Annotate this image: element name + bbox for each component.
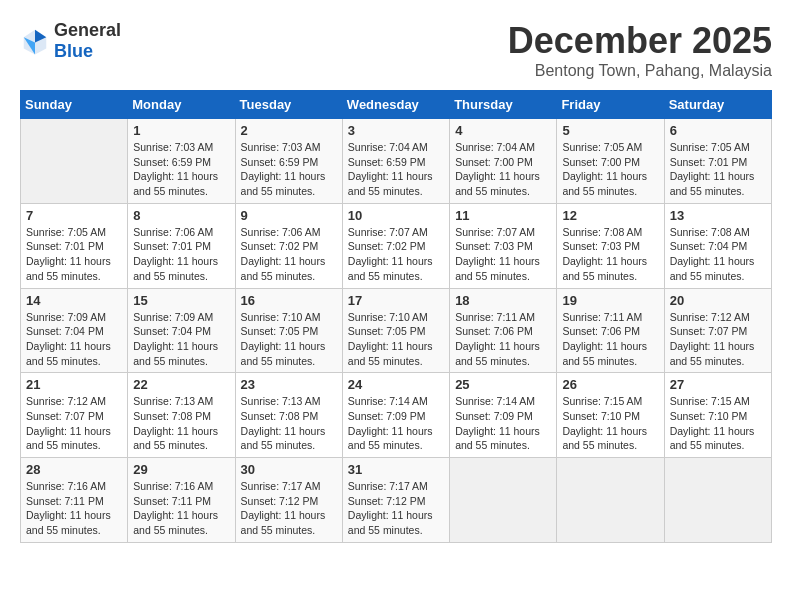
day-number: 2 bbox=[241, 123, 337, 138]
day-info: Sunrise: 7:15 AM Sunset: 7:10 PM Dayligh… bbox=[670, 394, 766, 453]
day-number: 16 bbox=[241, 293, 337, 308]
day-number: 1 bbox=[133, 123, 229, 138]
calendar-cell: 10 Sunrise: 7:07 AM Sunset: 7:02 PM Dayl… bbox=[342, 203, 449, 288]
day-number: 13 bbox=[670, 208, 766, 223]
calendar-cell: 9 Sunrise: 7:06 AM Sunset: 7:02 PM Dayli… bbox=[235, 203, 342, 288]
calendar-cell: 5 Sunrise: 7:05 AM Sunset: 7:00 PM Dayli… bbox=[557, 119, 664, 204]
calendar-cell: 27 Sunrise: 7:15 AM Sunset: 7:10 PM Dayl… bbox=[664, 373, 771, 458]
day-info: Sunrise: 7:10 AM Sunset: 7:05 PM Dayligh… bbox=[241, 310, 337, 369]
day-number: 3 bbox=[348, 123, 444, 138]
day-number: 29 bbox=[133, 462, 229, 477]
day-number: 17 bbox=[348, 293, 444, 308]
calendar-cell: 18 Sunrise: 7:11 AM Sunset: 7:06 PM Dayl… bbox=[450, 288, 557, 373]
calendar-cell: 21 Sunrise: 7:12 AM Sunset: 7:07 PM Dayl… bbox=[21, 373, 128, 458]
calendar-cell bbox=[557, 458, 664, 543]
day-number: 5 bbox=[562, 123, 658, 138]
calendar-cell: 20 Sunrise: 7:12 AM Sunset: 7:07 PM Dayl… bbox=[664, 288, 771, 373]
calendar-cell: 4 Sunrise: 7:04 AM Sunset: 7:00 PM Dayli… bbox=[450, 119, 557, 204]
day-info: Sunrise: 7:11 AM Sunset: 7:06 PM Dayligh… bbox=[455, 310, 551, 369]
day-number: 12 bbox=[562, 208, 658, 223]
calendar-cell: 16 Sunrise: 7:10 AM Sunset: 7:05 PM Dayl… bbox=[235, 288, 342, 373]
calendar-cell: 1 Sunrise: 7:03 AM Sunset: 6:59 PM Dayli… bbox=[128, 119, 235, 204]
calendar-week-row: 21 Sunrise: 7:12 AM Sunset: 7:07 PM Dayl… bbox=[21, 373, 772, 458]
day-info: Sunrise: 7:05 AM Sunset: 7:01 PM Dayligh… bbox=[670, 140, 766, 199]
day-info: Sunrise: 7:09 AM Sunset: 7:04 PM Dayligh… bbox=[133, 310, 229, 369]
day-info: Sunrise: 7:13 AM Sunset: 7:08 PM Dayligh… bbox=[241, 394, 337, 453]
header-day: Tuesday bbox=[235, 91, 342, 119]
day-info: Sunrise: 7:17 AM Sunset: 7:12 PM Dayligh… bbox=[241, 479, 337, 538]
day-info: Sunrise: 7:16 AM Sunset: 7:11 PM Dayligh… bbox=[26, 479, 122, 538]
day-number: 7 bbox=[26, 208, 122, 223]
logo: General Blue bbox=[20, 20, 121, 62]
calendar-cell: 7 Sunrise: 7:05 AM Sunset: 7:01 PM Dayli… bbox=[21, 203, 128, 288]
day-number: 4 bbox=[455, 123, 551, 138]
day-info: Sunrise: 7:04 AM Sunset: 7:00 PM Dayligh… bbox=[455, 140, 551, 199]
day-info: Sunrise: 7:17 AM Sunset: 7:12 PM Dayligh… bbox=[348, 479, 444, 538]
calendar-cell: 11 Sunrise: 7:07 AM Sunset: 7:03 PM Dayl… bbox=[450, 203, 557, 288]
logo-blue: Blue bbox=[54, 41, 93, 61]
title-area: December 2025 Bentong Town, Pahang, Mala… bbox=[508, 20, 772, 80]
calendar-cell: 30 Sunrise: 7:17 AM Sunset: 7:12 PM Dayl… bbox=[235, 458, 342, 543]
day-number: 6 bbox=[670, 123, 766, 138]
day-number: 31 bbox=[348, 462, 444, 477]
calendar-cell: 12 Sunrise: 7:08 AM Sunset: 7:03 PM Dayl… bbox=[557, 203, 664, 288]
calendar-cell: 25 Sunrise: 7:14 AM Sunset: 7:09 PM Dayl… bbox=[450, 373, 557, 458]
day-number: 19 bbox=[562, 293, 658, 308]
calendar-cell: 26 Sunrise: 7:15 AM Sunset: 7:10 PM Dayl… bbox=[557, 373, 664, 458]
day-info: Sunrise: 7:10 AM Sunset: 7:05 PM Dayligh… bbox=[348, 310, 444, 369]
main-title: December 2025 bbox=[508, 20, 772, 62]
calendar-cell bbox=[21, 119, 128, 204]
day-number: 22 bbox=[133, 377, 229, 392]
day-number: 9 bbox=[241, 208, 337, 223]
day-info: Sunrise: 7:09 AM Sunset: 7:04 PM Dayligh… bbox=[26, 310, 122, 369]
calendar-cell: 17 Sunrise: 7:10 AM Sunset: 7:05 PM Dayl… bbox=[342, 288, 449, 373]
header-row: SundayMondayTuesdayWednesdayThursdayFrid… bbox=[21, 91, 772, 119]
day-info: Sunrise: 7:07 AM Sunset: 7:03 PM Dayligh… bbox=[455, 225, 551, 284]
calendar-cell: 2 Sunrise: 7:03 AM Sunset: 6:59 PM Dayli… bbox=[235, 119, 342, 204]
day-info: Sunrise: 7:11 AM Sunset: 7:06 PM Dayligh… bbox=[562, 310, 658, 369]
day-info: Sunrise: 7:03 AM Sunset: 6:59 PM Dayligh… bbox=[241, 140, 337, 199]
calendar-week-row: 7 Sunrise: 7:05 AM Sunset: 7:01 PM Dayli… bbox=[21, 203, 772, 288]
day-number: 23 bbox=[241, 377, 337, 392]
day-number: 30 bbox=[241, 462, 337, 477]
calendar-cell: 15 Sunrise: 7:09 AM Sunset: 7:04 PM Dayl… bbox=[128, 288, 235, 373]
header-day: Friday bbox=[557, 91, 664, 119]
subtitle: Bentong Town, Pahang, Malaysia bbox=[508, 62, 772, 80]
day-info: Sunrise: 7:06 AM Sunset: 7:02 PM Dayligh… bbox=[241, 225, 337, 284]
day-info: Sunrise: 7:14 AM Sunset: 7:09 PM Dayligh… bbox=[455, 394, 551, 453]
calendar-week-row: 28 Sunrise: 7:16 AM Sunset: 7:11 PM Dayl… bbox=[21, 458, 772, 543]
day-number: 11 bbox=[455, 208, 551, 223]
day-number: 25 bbox=[455, 377, 551, 392]
calendar-cell: 19 Sunrise: 7:11 AM Sunset: 7:06 PM Dayl… bbox=[557, 288, 664, 373]
day-number: 27 bbox=[670, 377, 766, 392]
day-info: Sunrise: 7:13 AM Sunset: 7:08 PM Dayligh… bbox=[133, 394, 229, 453]
header-day: Thursday bbox=[450, 91, 557, 119]
calendar-week-row: 14 Sunrise: 7:09 AM Sunset: 7:04 PM Dayl… bbox=[21, 288, 772, 373]
day-number: 15 bbox=[133, 293, 229, 308]
calendar-week-row: 1 Sunrise: 7:03 AM Sunset: 6:59 PM Dayli… bbox=[21, 119, 772, 204]
day-info: Sunrise: 7:06 AM Sunset: 7:01 PM Dayligh… bbox=[133, 225, 229, 284]
day-info: Sunrise: 7:05 AM Sunset: 7:00 PM Dayligh… bbox=[562, 140, 658, 199]
day-info: Sunrise: 7:08 AM Sunset: 7:04 PM Dayligh… bbox=[670, 225, 766, 284]
day-number: 21 bbox=[26, 377, 122, 392]
calendar-cell: 8 Sunrise: 7:06 AM Sunset: 7:01 PM Dayli… bbox=[128, 203, 235, 288]
day-number: 26 bbox=[562, 377, 658, 392]
header-day: Saturday bbox=[664, 91, 771, 119]
calendar-cell: 14 Sunrise: 7:09 AM Sunset: 7:04 PM Dayl… bbox=[21, 288, 128, 373]
day-info: Sunrise: 7:14 AM Sunset: 7:09 PM Dayligh… bbox=[348, 394, 444, 453]
day-number: 20 bbox=[670, 293, 766, 308]
day-info: Sunrise: 7:12 AM Sunset: 7:07 PM Dayligh… bbox=[26, 394, 122, 453]
day-number: 24 bbox=[348, 377, 444, 392]
day-info: Sunrise: 7:07 AM Sunset: 7:02 PM Dayligh… bbox=[348, 225, 444, 284]
calendar-cell: 24 Sunrise: 7:14 AM Sunset: 7:09 PM Dayl… bbox=[342, 373, 449, 458]
day-info: Sunrise: 7:08 AM Sunset: 7:03 PM Dayligh… bbox=[562, 225, 658, 284]
calendar-table: SundayMondayTuesdayWednesdayThursdayFrid… bbox=[20, 90, 772, 543]
header-day: Monday bbox=[128, 91, 235, 119]
day-number: 8 bbox=[133, 208, 229, 223]
calendar-cell bbox=[450, 458, 557, 543]
day-number: 10 bbox=[348, 208, 444, 223]
page-header: General Blue December 2025 Bentong Town,… bbox=[20, 20, 772, 80]
day-info: Sunrise: 7:03 AM Sunset: 6:59 PM Dayligh… bbox=[133, 140, 229, 199]
logo-icon bbox=[20, 26, 50, 56]
day-info: Sunrise: 7:15 AM Sunset: 7:10 PM Dayligh… bbox=[562, 394, 658, 453]
